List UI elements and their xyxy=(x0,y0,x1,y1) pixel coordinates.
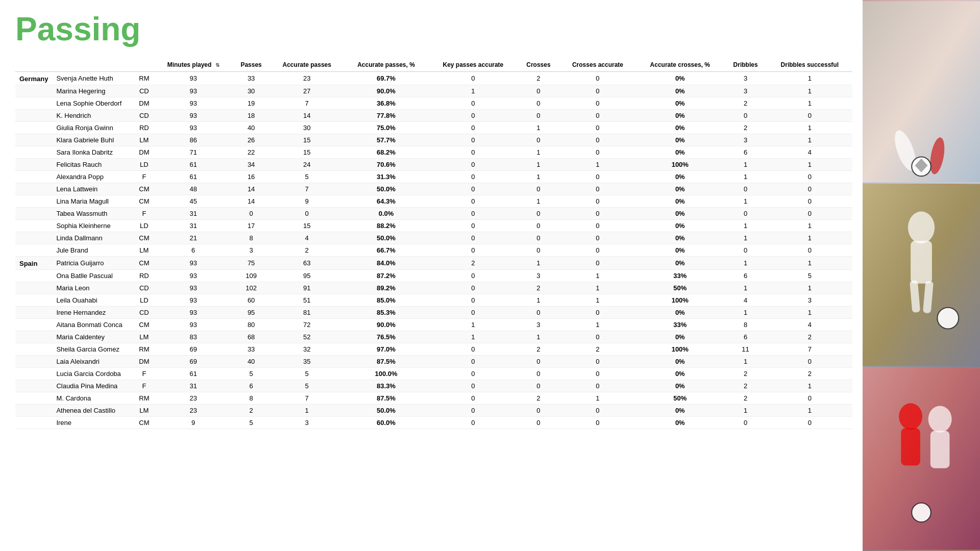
crosses-accurate-cell: 0 xyxy=(559,97,636,110)
accurate-passes-cell: 5 xyxy=(270,380,344,392)
country-cell xyxy=(15,97,52,110)
accurate-crosses-pct-cell: 0% xyxy=(636,97,724,110)
dribbles-cell: 2 xyxy=(724,380,767,392)
table-row: Maria CaldenteyLM83685276.5%1100%62 xyxy=(15,331,852,343)
player-position: F xyxy=(134,208,154,220)
accurate-crosses-pct-cell: 0% xyxy=(636,122,724,134)
player-name: Sheila Garcia Gomez xyxy=(52,343,134,356)
accurate-passes-pct-cell: 87.2% xyxy=(344,270,428,282)
dribbles-successful-cell: 2 xyxy=(767,331,852,343)
table-row: Lena Sophie OberdorfDM9319736.8%0000%21 xyxy=(15,97,852,110)
crosses-accurate-cell: 1 xyxy=(559,392,636,405)
dribbles-successful-cell: 2 xyxy=(767,368,852,380)
player-name: Aitana Bonmati Conca xyxy=(52,319,134,331)
accurate-passes-pct-cell: 89.2% xyxy=(344,282,428,294)
passes-cell: 102 xyxy=(232,282,270,294)
minutes-played-cell: 93 xyxy=(154,294,232,307)
country-cell xyxy=(15,343,52,356)
passes-cell: 80 xyxy=(232,319,270,331)
accurate-passes-cell: 63 xyxy=(270,257,344,270)
accurate-passes-pct-cell: 97.0% xyxy=(344,343,428,356)
accurate-passes-pct-cell: 85.3% xyxy=(344,307,428,319)
accurate-passes-pct-cell: 90.0% xyxy=(344,319,428,331)
crosses-cell: 1 xyxy=(518,159,559,171)
table-row: Athenea del CastilloLM232150.0%0000%11 xyxy=(15,405,852,417)
crosses-cell: 0 xyxy=(518,134,559,146)
player-position: F xyxy=(134,368,154,380)
table-row: Tabea WassmuthF31000.0%0000%00 xyxy=(15,208,852,220)
accurate-passes-cell: 15 xyxy=(270,134,344,146)
dribbles-cell: 0 xyxy=(724,183,767,195)
passes-cell: 18 xyxy=(232,110,270,122)
player-name: K. Hendrich xyxy=(52,110,134,122)
player-position: DM xyxy=(134,356,154,368)
player-position: LM xyxy=(134,134,154,146)
crosses-cell: 0 xyxy=(518,85,559,97)
table-row: Laia AleixandriDM69403587.5%0000%10 xyxy=(15,356,852,368)
dribbles-successful-cell: 1 xyxy=(767,380,852,392)
dribbles-successful-cell: 1 xyxy=(767,122,852,134)
table-row: Klara Gabriele BuhlLM86261557.7%0000%31 xyxy=(15,134,852,146)
table-row: Giulia Ronja GwinnRD93403075.0%0100%21 xyxy=(15,122,852,134)
table-row: Felicitas RauchLD61342470.6%011100%11 xyxy=(15,159,852,171)
accurate-passes-pct-cell: 88.2% xyxy=(344,220,428,232)
crosses-accurate-cell: 0 xyxy=(559,134,636,146)
key-passes-accurate-cell: 0 xyxy=(429,380,518,392)
minutes-played-cell: 93 xyxy=(154,110,232,122)
country-cell xyxy=(15,282,52,294)
crosses-accurate-cell: 0 xyxy=(559,232,636,244)
accurate-passes-pct-cell: 68.2% xyxy=(344,146,428,159)
accurate-passes-pct-cell: 77.8% xyxy=(344,110,428,122)
dribbles-successful-cell: 0 xyxy=(767,417,852,429)
dribbles-cell: 0 xyxy=(724,417,767,429)
passes-cell: 14 xyxy=(232,195,270,208)
accurate-passes-cell: 51 xyxy=(270,294,344,307)
key-passes-accurate-cell: 0 xyxy=(429,343,518,356)
table-row: Leila OuahabiLD93605185.0%011100%43 xyxy=(15,294,852,307)
player-name: Maria Leon xyxy=(52,282,134,294)
accurate-passes-pct-cell: 69.7% xyxy=(344,72,428,85)
player-name: Tabea Wassmuth xyxy=(52,208,134,220)
key-passes-accurate-cell: 0 xyxy=(429,220,518,232)
table-row: M. CardonaRM238787.5%02150%20 xyxy=(15,392,852,405)
table-row: GermanySvenja Anette HuthRM93332369.7%02… xyxy=(15,72,852,85)
crosses-cell: 0 xyxy=(518,417,559,429)
accurate-crosses-pct-cell: 33% xyxy=(636,270,724,282)
key-passes-accurate-cell: 1 xyxy=(429,85,518,97)
player-name: Giulia Ronja Gwinn xyxy=(52,122,134,134)
page-title: Passing xyxy=(15,10,852,48)
accurate-passes-pct-cell: 64.3% xyxy=(344,195,428,208)
accurate-passes-cell: 5 xyxy=(270,171,344,183)
crosses-cell: 3 xyxy=(518,270,559,282)
minutes-played-cell: 31 xyxy=(154,220,232,232)
key-passes-accurate-cell: 0 xyxy=(429,183,518,195)
minutes-played-cell: 93 xyxy=(154,257,232,270)
passes-cell: 14 xyxy=(232,183,270,195)
crosses-accurate-cell: 0 xyxy=(559,307,636,319)
accurate-passes-cell: 14 xyxy=(270,110,344,122)
country-cell xyxy=(15,110,52,122)
country-cell xyxy=(15,159,52,171)
player-name: Svenja Anette Huth xyxy=(52,72,134,85)
accurate-passes-cell: 95 xyxy=(270,270,344,282)
key-passes-accurate-cell: 0 xyxy=(429,294,518,307)
minutes-played-cell: 61 xyxy=(154,368,232,380)
crosses-accurate-cell: 0 xyxy=(559,356,636,368)
player-position: CM xyxy=(134,257,154,270)
passes-cell: 26 xyxy=(232,134,270,146)
key-passes-accurate-cell: 0 xyxy=(429,270,518,282)
accurate-crosses-pct-cell: 0% xyxy=(636,146,724,159)
dribbles-cell: 2 xyxy=(724,368,767,380)
player-name: Marina Hegering xyxy=(52,85,134,97)
dribbles-successful-cell: 1 xyxy=(767,282,852,294)
dribbles-successful-cell: 3 xyxy=(767,294,852,307)
accurate-crosses-pct-cell: 50% xyxy=(636,392,724,405)
player-name: Lucia Garcia Cordoba xyxy=(52,368,134,380)
crosses-cell: 2 xyxy=(518,343,559,356)
table-row: Lina Maria MagullCM4514964.3%0100%10 xyxy=(15,195,852,208)
accurate-crosses-pct-cell: 100% xyxy=(636,343,724,356)
svg-point-13 xyxy=(928,406,952,432)
accurate-crosses-pct-cell: 0% xyxy=(636,331,724,343)
filter-icon[interactable]: ⇅ xyxy=(215,62,219,68)
minutes-played-cell: 23 xyxy=(154,405,232,417)
